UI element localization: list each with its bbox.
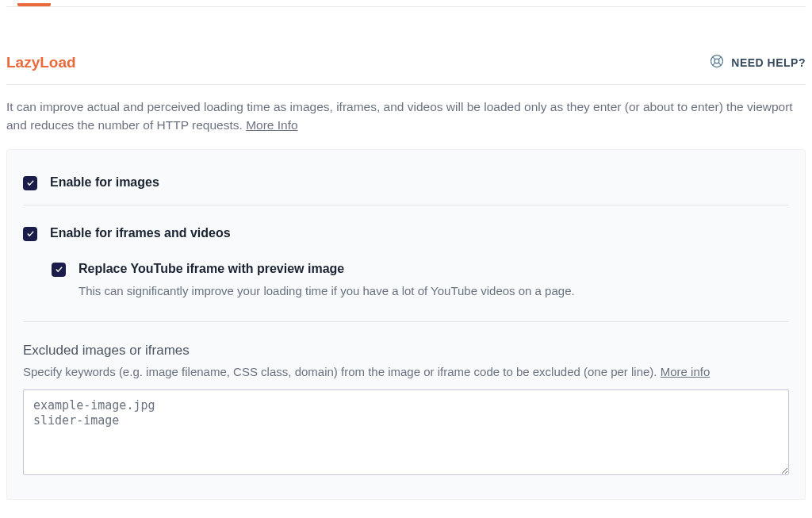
section-description: It can improve actual and perceived load…: [6, 85, 806, 149]
option-text: Enable for iframes and videos: [50, 226, 789, 240]
svg-line-5: [718, 63, 721, 65]
checkbox-enable-images[interactable]: [23, 176, 37, 190]
need-help-label: NEED HELP?: [731, 56, 806, 69]
active-tab-indicator: [17, 3, 51, 6]
option-enable-images: Enable for images: [23, 169, 789, 205]
check-icon: [26, 227, 35, 241]
option-replace-youtube: Replace YouTube iframe with preview imag…: [23, 255, 789, 322]
svg-point-1: [714, 59, 719, 63]
settings-panel: Enable for images Enable for iframes and…: [6, 149, 806, 500]
section-header: LazyLoad NEED HELP?: [6, 7, 806, 85]
svg-line-4: [713, 63, 715, 65]
more-info-link[interactable]: More Info: [246, 118, 297, 132]
option-label-enable-iframes: Enable for iframes and videos: [50, 226, 789, 240]
checkbox-enable-iframes[interactable]: [23, 227, 37, 241]
option-text: Replace YouTube iframe with preview imag…: [79, 262, 789, 299]
option-label-enable-images: Enable for images: [50, 175, 789, 190]
excluded-group: Excluded images or iframes Specify keywo…: [23, 340, 789, 478]
excluded-title: Excluded images or iframes: [23, 343, 789, 359]
excluded-description: Specify keywords (e.g. image filename, C…: [23, 365, 789, 378]
lifebuoy-icon: [709, 53, 725, 71]
section-title: LazyLoad: [6, 54, 76, 71]
option-desc-replace-youtube: This can significantly improve your load…: [79, 282, 789, 299]
section-description-text: It can improve actual and perceived load…: [6, 100, 793, 132]
svg-line-3: [718, 57, 721, 59]
option-label-replace-youtube: Replace YouTube iframe with preview imag…: [79, 262, 789, 276]
excluded-more-info-link[interactable]: More info: [661, 365, 710, 378]
excluded-description-text: Specify keywords (e.g. image filename, C…: [23, 365, 661, 378]
top-divider: [6, 6, 806, 7]
svg-line-2: [713, 57, 715, 59]
need-help-link[interactable]: NEED HELP?: [709, 53, 806, 71]
option-enable-iframes: Enable for iframes and videos: [23, 220, 789, 255]
check-icon: [55, 263, 63, 277]
check-icon: [26, 176, 35, 190]
option-text: Enable for images: [50, 175, 789, 190]
checkbox-replace-youtube[interactable]: [52, 263, 66, 277]
excluded-textarea[interactable]: [23, 389, 789, 475]
